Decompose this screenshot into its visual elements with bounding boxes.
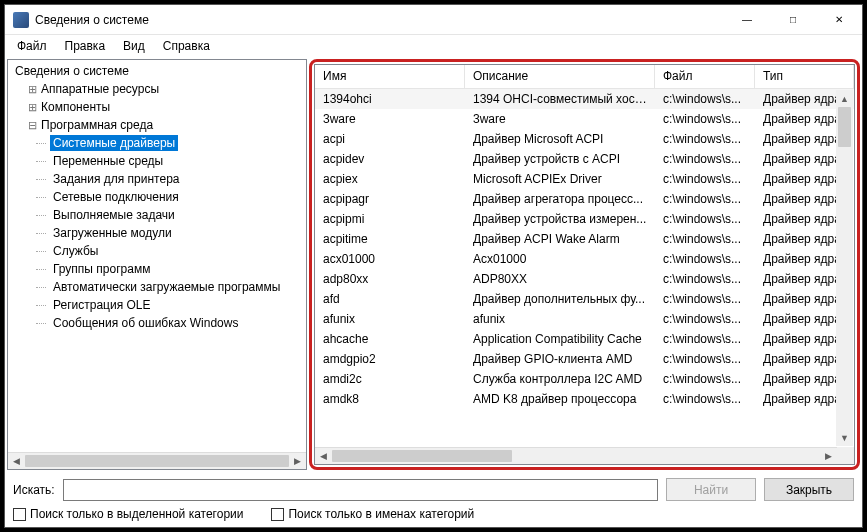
scroll-thumb[interactable]	[332, 450, 512, 462]
cell-name: acx01000	[315, 252, 465, 266]
table-row[interactable]: afdДрайвер дополнительных фу...c:\window…	[315, 289, 854, 309]
table-row[interactable]: adp80xxADP80XXc:\windows\s...Драйвер ядр…	[315, 269, 854, 289]
cell-name: acpipagr	[315, 192, 465, 206]
table-row[interactable]: acpipmiДрайвер устройства измерен...c:\w…	[315, 209, 854, 229]
tree-win-err[interactable]: Сообщения об ошибках Windows	[8, 314, 306, 332]
table-row[interactable]: acpiexMicrosoft ACPIEx Driverc:\windows\…	[315, 169, 854, 189]
maximize-button[interactable]: □	[770, 5, 816, 35]
table-row[interactable]: amdgpio2Драйвер GPIO-клиента AMDc:\windo…	[315, 349, 854, 369]
column-file[interactable]: Файл	[655, 65, 755, 88]
table-row[interactable]: afunixafunixc:\windows\s...Драйвер ядра	[315, 309, 854, 329]
tree-hardware[interactable]: ⊞ Аппаратные ресурсы	[8, 80, 306, 98]
checkbox-names-only[interactable]: Поиск только в именах категорий	[271, 507, 474, 521]
cell-name: adp80xx	[315, 272, 465, 286]
cell-file: c:\windows\s...	[655, 92, 755, 106]
tree-software-env[interactable]: ⊟ Программная среда	[8, 116, 306, 134]
scroll-down-icon[interactable]: ▼	[836, 429, 853, 446]
table-row[interactable]: 3ware3warec:\windows\s...Драйвер ядра	[315, 109, 854, 129]
column-type[interactable]: Тип	[755, 65, 854, 88]
scroll-right-icon[interactable]: ▶	[820, 448, 837, 464]
menu-file[interactable]: Файл	[9, 37, 55, 55]
tree-autostart[interactable]: Автоматически загружаемые программы	[8, 278, 306, 296]
app-icon	[13, 12, 29, 28]
tree-horizontal-scrollbar[interactable]: ◀ ▶	[8, 452, 306, 469]
close-window-button[interactable]: Закрыть	[764, 478, 854, 501]
cell-desc: Драйвер GPIO-клиента AMD	[465, 352, 655, 366]
tree-net-conn[interactable]: Сетевые подключения	[8, 188, 306, 206]
tree-running-tasks[interactable]: Выполняемые задачи	[8, 206, 306, 224]
table-row[interactable]: acpidevДрайвер устройств с ACPIc:\window…	[315, 149, 854, 169]
tree-label: Программная среда	[38, 117, 156, 133]
find-button[interactable]: Найти	[666, 478, 756, 501]
table-row[interactable]: acpitimeДрайвер ACPI Wake Alarmc:\window…	[315, 229, 854, 249]
scroll-left-icon[interactable]: ◀	[8, 453, 25, 469]
cell-desc: Acx01000	[465, 252, 655, 266]
table-row[interactable]: ahcacheApplication Compatibility Cachec:…	[315, 329, 854, 349]
cell-file: c:\windows\s...	[655, 132, 755, 146]
scroll-right-icon[interactable]: ▶	[289, 453, 306, 469]
tree-label: Службы	[50, 243, 101, 259]
search-input[interactable]	[63, 479, 658, 501]
checkbox-selected-category[interactable]: Поиск только в выделенной категории	[13, 507, 243, 521]
list-horizontal-scrollbar[interactable]: ◀ ▶	[315, 447, 837, 464]
scroll-up-icon[interactable]: ▲	[836, 90, 853, 107]
column-description[interactable]: Описание	[465, 65, 655, 88]
cell-name: amdk8	[315, 392, 465, 406]
scroll-thumb[interactable]	[838, 107, 851, 147]
scroll-thumb[interactable]	[25, 455, 289, 467]
tree-services[interactable]: Службы	[8, 242, 306, 260]
tree-system-drivers[interactable]: Системные драйверы	[8, 134, 306, 152]
content-area: Сведения о системе ⊞ Аппаратные ресурсы …	[5, 57, 862, 472]
cell-file: c:\windows\s...	[655, 212, 755, 226]
cell-file: c:\windows\s...	[655, 232, 755, 246]
menu-edit[interactable]: Правка	[57, 37, 114, 55]
driver-list[interactable]: 1394ohci1394 OHCI-совместимый хост...c:\…	[315, 89, 854, 447]
tree-label: Сведения о системе	[12, 63, 132, 79]
tree-ole-reg[interactable]: Регистрация OLE	[8, 296, 306, 314]
column-name[interactable]: Имя	[315, 65, 465, 88]
tree-print-jobs[interactable]: Задания для принтера	[8, 170, 306, 188]
tree-label: Выполняемые задачи	[50, 207, 178, 223]
tree-root[interactable]: Сведения о системе	[8, 62, 306, 80]
cell-desc: Драйвер агрегатора процесс...	[465, 192, 655, 206]
cell-file: c:\windows\s...	[655, 352, 755, 366]
cell-desc: ADP80XX	[465, 272, 655, 286]
checkbox-icon	[271, 508, 284, 521]
table-row[interactable]: acpipagrДрайвер агрегатора процесс...c:\…	[315, 189, 854, 209]
checkbox-label: Поиск только в именах категорий	[288, 507, 474, 521]
cell-file: c:\windows\s...	[655, 272, 755, 286]
menu-help[interactable]: Справка	[155, 37, 218, 55]
scroll-left-icon[interactable]: ◀	[315, 448, 332, 464]
tree-env-vars[interactable]: Переменные среды	[8, 152, 306, 170]
cell-name: acpiex	[315, 172, 465, 186]
table-row[interactable]: amdi2cСлужба контроллера I2C AMDc:\windo…	[315, 369, 854, 389]
category-tree[interactable]: Сведения о системе ⊞ Аппаратные ресурсы …	[7, 59, 307, 470]
cell-desc: Служба контроллера I2C AMD	[465, 372, 655, 386]
tree-program-groups[interactable]: Группы программ	[8, 260, 306, 278]
cell-name: ahcache	[315, 332, 465, 346]
cell-file: c:\windows\s...	[655, 172, 755, 186]
cell-file: c:\windows\s...	[655, 332, 755, 346]
tree-label: Сетевые подключения	[50, 189, 182, 205]
cell-name: acpi	[315, 132, 465, 146]
close-button[interactable]: ✕	[816, 5, 862, 35]
cell-file: c:\windows\s...	[655, 372, 755, 386]
cell-desc: 1394 OHCI-совместимый хост...	[465, 92, 655, 106]
table-row[interactable]: amdk8AMD K8 драйвер процессораc:\windows…	[315, 389, 854, 409]
expand-icon[interactable]: ⊞	[26, 84, 38, 95]
collapse-icon[interactable]: ⊟	[26, 120, 38, 131]
minimize-button[interactable]: —	[724, 5, 770, 35]
table-row[interactable]: acx01000Acx01000c:\windows\s...Драйвер я…	[315, 249, 854, 269]
cell-file: c:\windows\s...	[655, 392, 755, 406]
tree-loaded-modules[interactable]: Загруженные модули	[8, 224, 306, 242]
cell-name: afd	[315, 292, 465, 306]
menu-view[interactable]: Вид	[115, 37, 153, 55]
tree-components[interactable]: ⊞ Компоненты	[8, 98, 306, 116]
titlebar[interactable]: Сведения о системе — □ ✕	[5, 5, 862, 35]
list-vertical-scrollbar[interactable]: ▲ ▼	[836, 90, 853, 446]
expand-icon[interactable]: ⊞	[26, 102, 38, 113]
table-row[interactable]: 1394ohci1394 OHCI-совместимый хост...c:\…	[315, 89, 854, 109]
cell-name: amdi2c	[315, 372, 465, 386]
tree-label: Группы программ	[50, 261, 153, 277]
table-row[interactable]: acpiДрайвер Microsoft ACPIc:\windows\s..…	[315, 129, 854, 149]
